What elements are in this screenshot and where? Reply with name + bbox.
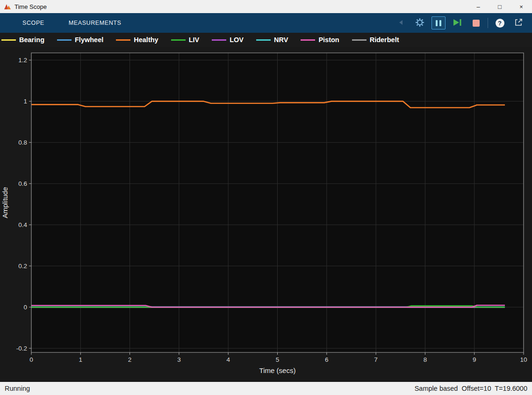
back-arrow-icon [397,19,405,28]
ribbon: SCOPE MEASUREMENTS [0,13,532,33]
window-title: Time Scope [14,3,47,10]
legend-swatch [116,39,130,41]
status-sample-info: Sample based Offset=10 T=19.6000 [415,385,527,392]
undock-icon [514,18,523,28]
legend-swatch [57,39,72,41]
legend-label: LIV [189,36,200,44]
y-tick-label: 0.6 [18,180,27,187]
legend-item-liv[interactable]: LIV [171,36,200,44]
legend-swatch [256,39,271,41]
undock-button[interactable] [511,16,525,29]
time-scope-window: Time Scope – □ × SCOPE MEASUREMENTS [0,0,532,395]
legend-label: LOV [230,36,244,44]
legend-swatch [301,39,315,41]
help-icon: ? [496,19,504,28]
y-tick-label: 0.2 [18,263,27,270]
legend-bar: Bearing Flywheel Healthy LIV LOV NRV Pis… [0,33,532,47]
legend-item-bearing[interactable]: Bearing [1,36,44,44]
legend-swatch [1,39,16,41]
window-controls: – □ × [467,0,532,13]
x-tick-label: 5 [276,356,280,363]
stop-button[interactable] [469,16,483,29]
app-icon [4,3,11,10]
x-tick-label: 10 [520,356,527,363]
legend-swatch [171,39,186,41]
tab-measurements[interactable]: MEASUREMENTS [57,13,134,33]
x-tick-label: 8 [424,356,427,363]
back-arrow-button[interactable] [394,16,408,29]
plot-area: 012345678910-0.200.20.40.60.811.2Time (s… [0,47,532,382]
legend-item-healthy[interactable]: Healthy [116,36,158,44]
legend-swatch [212,39,226,41]
y-tick-label: 1 [23,98,27,105]
legend-item-nrv[interactable]: NRV [256,36,288,44]
pause-button[interactable] [431,16,446,29]
legend-label: Bearing [19,36,44,44]
stop-icon [473,20,480,27]
y-axis-label: Amplitude [1,187,9,219]
x-tick-label: 1 [79,356,83,363]
step-forward-icon [452,18,462,29]
titlebar: Time Scope – □ × [0,0,532,13]
legend-swatch [352,39,367,41]
legend-label: Riderbelt [370,36,399,44]
pause-icon [436,20,438,26]
legend-label: Healthy [134,36,158,44]
help-button[interactable]: ? [493,16,507,29]
ribbon-toolbar: ? [394,16,532,29]
ribbon-tabs: SCOPE MEASUREMENTS [0,13,134,33]
x-tick-label: 7 [374,356,378,363]
legend-item-riderbelt[interactable]: Riderbelt [352,36,399,44]
x-tick-label: 3 [177,356,181,363]
step-forward-button[interactable] [450,16,464,29]
legend-label: Flywheel [75,36,103,44]
y-tick-label: 0.8 [18,139,27,146]
y-tick-label: 1.2 [18,57,27,64]
tab-scope[interactable]: SCOPE [10,13,57,33]
toolbar-divider [488,18,488,28]
x-tick-label: 9 [473,356,476,363]
legend-item-piston[interactable]: Piston [301,36,339,44]
simulation-settings-button[interactable] [413,16,427,29]
legend-label: NRV [274,36,288,44]
legend-item-lov[interactable]: LOV [212,36,244,44]
legend-label: Piston [318,36,339,44]
y-tick-label: -0.2 [16,345,27,352]
legend-item-flywheel[interactable]: Flywheel [57,36,103,44]
x-tick-label: 2 [128,356,132,363]
gear-icon [415,17,425,29]
y-tick-label: 0 [23,304,27,311]
close-button[interactable]: × [510,0,532,13]
status-bar: Running Sample based Offset=10 T=19.6000 [0,382,532,395]
x-tick-label: 0 [29,356,33,363]
x-tick-label: 6 [325,356,329,363]
y-tick-label: 0.4 [18,221,27,228]
maximize-button[interactable]: □ [489,0,510,13]
pause-icon [439,20,441,26]
x-tick-label: 4 [226,356,230,363]
status-running: Running [5,385,30,392]
minimize-button[interactable]: – [467,0,489,13]
scope-plot: 012345678910-0.200.20.40.60.811.2Time (s… [0,47,532,382]
x-axis-label: Time (secs) [259,366,296,374]
